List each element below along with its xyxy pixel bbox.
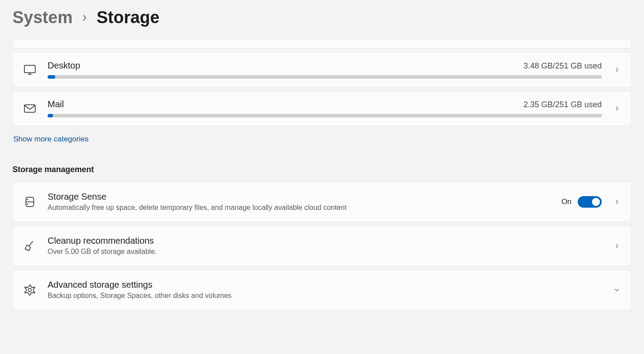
toggle-knob — [592, 198, 600, 206]
toggle-state-label: On — [561, 197, 572, 206]
setting-title: Storage Sense — [48, 192, 551, 202]
breadcrumb: System Storage — [12, 8, 632, 27]
category-usage: 2.35 GB/251 GB used — [523, 100, 602, 109]
svg-point-7 — [27, 204, 28, 204]
page-title: Storage — [97, 8, 159, 27]
category-title: Mail — [48, 99, 64, 109]
storage-category-row-partial[interactable] — [12, 40, 632, 48]
chevron-right-icon — [80, 14, 89, 22]
chevron-right-icon — [612, 241, 621, 250]
mail-icon — [23, 101, 37, 116]
chevron-right-icon — [612, 65, 621, 74]
setting-subtitle: Automatically free up space, delete temp… — [48, 204, 551, 212]
cleanup-recommendations-row[interactable]: Cleanup recommendations Over 5.00 GB of … — [12, 225, 632, 266]
broom-icon — [23, 240, 37, 252]
show-more-categories-link[interactable]: Show more categories — [12, 129, 89, 145]
storage-management-header: Storage management — [12, 165, 632, 174]
usage-bar — [48, 114, 602, 117]
usage-bar-fill — [48, 114, 53, 117]
chevron-down-icon — [612, 286, 621, 294]
svg-point-9 — [28, 288, 32, 291]
setting-subtitle: Over 5.00 GB of storage available. — [48, 248, 602, 256]
gear-icon — [23, 284, 37, 296]
desktop-icon — [23, 63, 37, 77]
storage-sense-toggle[interactable] — [578, 196, 602, 208]
storage-sense-row[interactable]: Storage Sense Automatically free up spac… — [12, 181, 632, 222]
svg-point-6 — [27, 199, 28, 200]
breadcrumb-parent[interactable]: System — [12, 8, 72, 27]
chevron-right-icon — [612, 104, 621, 113]
chevron-right-icon — [612, 197, 621, 206]
category-usage: 3.48 GB/251 GB used — [523, 61, 602, 71]
category-title: Desktop — [48, 60, 80, 71]
storage-category-row-mail[interactable]: Mail 2.35 GB/251 GB used — [12, 91, 632, 126]
usage-bar-fill — [48, 75, 55, 79]
svg-rect-3 — [24, 105, 35, 112]
storage-category-row-desktop[interactable]: Desktop 3.48 GB/251 GB used — [12, 52, 632, 87]
setting-title: Advanced storage settings — [48, 280, 602, 290]
advanced-storage-settings-row[interactable]: Advanced storage settings Backup options… — [12, 270, 632, 310]
setting-title: Cleanup recommendations — [48, 236, 602, 246]
svg-rect-0 — [24, 65, 35, 72]
svg-line-8 — [29, 241, 33, 246]
setting-subtitle: Backup options, Storage Spaces, other di… — [48, 292, 602, 300]
drive-icon — [23, 196, 37, 208]
usage-bar — [48, 75, 602, 79]
